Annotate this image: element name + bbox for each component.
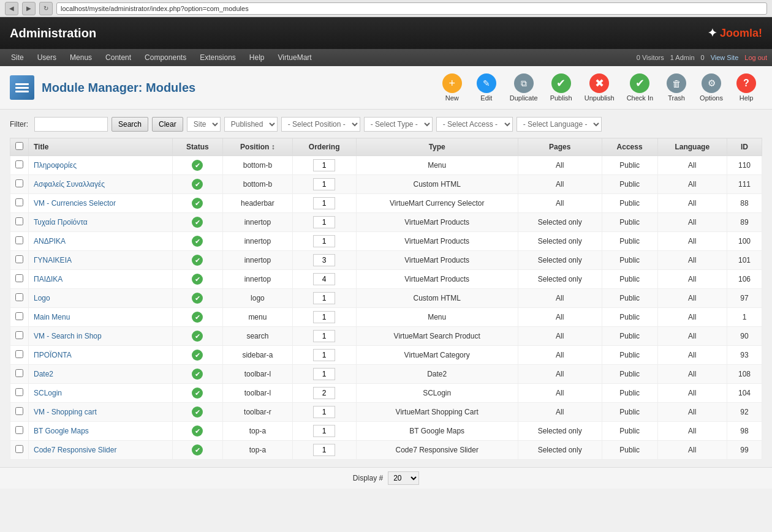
ordering-input[interactable] [313,406,335,418]
row-checkbox[interactable] [15,293,23,301]
module-title-link[interactable]: VM - Shopping cart [34,408,97,416]
access-cell: Public [602,384,657,403]
help-button[interactable]: ? Help [730,71,762,104]
clear-button[interactable]: Clear [152,117,183,132]
module-title-link[interactable]: VM - Search in Shop [34,332,102,340]
filter-input[interactable] [34,117,108,132]
trash-button[interactable]: 🗑 Trash [660,71,692,104]
status-badge[interactable]: ✔ [192,160,203,171]
status-badge[interactable]: ✔ [192,312,203,323]
ordering-input[interactable] [313,444,335,456]
nav-extensions[interactable]: Extensions [194,51,242,64]
module-title-link[interactable]: ΠΑΙΔΙΚΑ [34,275,62,283]
module-title-link[interactable]: BT Google Maps [34,427,89,435]
row-checkbox[interactable] [15,426,23,434]
position-select[interactable]: - Select Position - [281,117,360,132]
ordering-input[interactable] [313,387,335,399]
language-select[interactable]: - Select Language - [517,117,602,132]
module-title-link[interactable]: Date2 [34,370,53,378]
nav-site[interactable]: Site [5,51,30,64]
nav-help[interactable]: Help [243,51,271,64]
ordering-input[interactable] [313,368,335,380]
options-button[interactable]: ⚙ Options [695,71,728,104]
status-badge[interactable]: ✔ [192,255,203,266]
checkin-button[interactable]: ✔ Check In [622,71,658,104]
language-cell: All [657,384,727,403]
url-bar[interactable] [56,2,767,15]
status-badge[interactable]: ✔ [192,369,203,380]
row-checkbox[interactable] [15,445,23,453]
ordering-input[interactable] [313,292,335,304]
back-button[interactable]: ◀ [5,2,18,15]
module-title-link[interactable]: Τυχαία Προϊόντα [34,218,88,227]
duplicate-button[interactable]: ⧉ Duplicate [505,71,543,104]
search-button[interactable]: Search [112,117,148,132]
refresh-button[interactable]: ↻ [39,2,53,15]
status-badge[interactable]: ✔ [192,198,203,209]
ordering-input[interactable] [313,311,335,323]
unpublish-button[interactable]: ✖ Unpublish [580,71,619,104]
status-badge[interactable]: ✔ [192,217,203,228]
ordering-input[interactable] [313,254,335,266]
status-badge[interactable]: ✔ [192,388,203,399]
status-badge[interactable]: ✔ [192,179,203,190]
ordering-input[interactable] [313,216,335,228]
row-checkbox[interactable] [15,350,23,358]
nav-menus[interactable]: Menus [64,51,98,64]
ordering-input[interactable] [313,235,335,247]
type-select[interactable]: - Select Type - [364,117,433,132]
status-badge[interactable]: ✔ [192,350,203,361]
ordering-input[interactable] [313,273,335,285]
module-title-link[interactable]: VM - Currencies Selector [34,199,116,208]
module-title-link[interactable]: SCLogin [34,389,62,397]
site-select[interactable]: Site [187,117,221,132]
ordering-input[interactable] [313,159,335,171]
module-title-link[interactable]: ΠΡΟΪΟΝΤΑ [34,351,72,359]
row-checkbox[interactable] [15,312,23,320]
forward-button[interactable]: ▶ [22,2,36,15]
edit-button[interactable]: ✎ Edit [471,71,502,104]
module-title-link[interactable]: Logo [34,294,50,302]
row-checkbox[interactable] [15,236,23,244]
nav-content[interactable]: Content [99,51,137,64]
module-title-link[interactable]: Ασφαλείς Συναλλαγές [34,180,105,189]
display-select[interactable]: 5101520 253050100 [388,471,419,485]
ordering-input[interactable] [313,425,335,437]
status-badge[interactable]: ✔ [192,331,203,342]
status-badge[interactable]: ✔ [192,236,203,247]
row-checkbox[interactable] [15,274,23,282]
status-badge[interactable]: ✔ [192,293,203,304]
access-select[interactable]: - Select Access - [436,117,513,132]
nav-users[interactable]: Users [31,51,62,64]
logout-link[interactable]: Log out [744,54,767,61]
ordering-input[interactable] [313,349,335,361]
row-checkbox[interactable] [15,217,23,225]
row-checkbox[interactable] [15,179,23,187]
row-checkbox[interactable] [15,369,23,377]
nav-components[interactable]: Components [138,51,192,64]
status-select[interactable]: Published [224,117,278,132]
module-title-link[interactable]: ΑΝΔΡΙΚΑ [34,237,66,245]
status-badge[interactable]: ✔ [192,274,203,285]
module-title-link[interactable]: Main Menu [34,313,70,321]
view-site-link[interactable]: View Site [711,54,739,61]
module-title-link[interactable]: ΓΥΝΑΙΚΕΙΑ [34,256,72,264]
module-title-link[interactable]: Code7 Responsive Slider [34,446,116,454]
row-checkbox[interactable] [15,160,23,168]
status-badge[interactable]: ✔ [192,444,203,455]
row-checkbox[interactable] [15,255,23,263]
nav-virtuemart[interactable]: VirtueMart [272,51,318,64]
row-checkbox[interactable] [15,331,23,339]
module-title-link[interactable]: Πληροφορίες [34,161,77,170]
publish-button[interactable]: ✔ Publish [545,71,577,104]
ordering-input[interactable] [313,197,335,209]
ordering-input[interactable] [313,330,335,342]
row-checkbox[interactable] [15,388,23,396]
row-checkbox[interactable] [15,407,23,415]
status-badge[interactable]: ✔ [192,406,203,418]
ordering-input[interactable] [313,178,335,190]
select-all-checkbox[interactable] [15,142,23,150]
status-badge[interactable]: ✔ [192,425,203,436]
new-button[interactable]: + New [436,71,468,104]
row-checkbox[interactable] [15,198,23,206]
